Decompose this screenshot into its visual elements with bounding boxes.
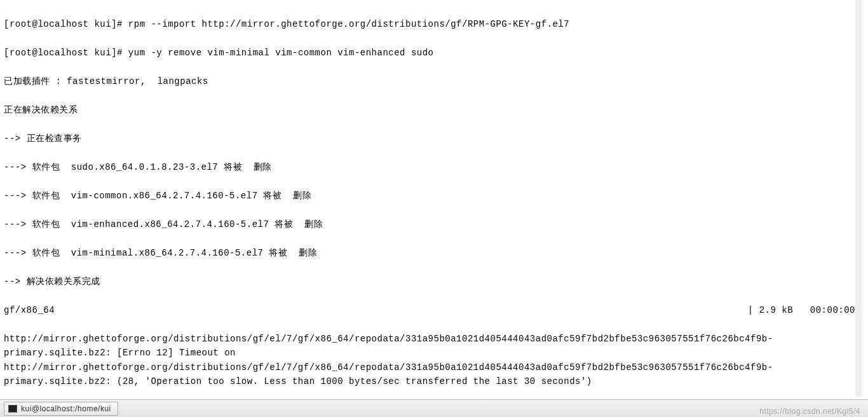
cmd-line-2: [root@localhost kui]# yum -y remove vim-… xyxy=(4,46,851,60)
output-line: ---> 软件包 vim-minimal.x86_64.2.7.4.160-5.… xyxy=(4,246,851,261)
taskbar-window-title: kui@localhost:/home/kui xyxy=(21,404,111,413)
output-line: --> 正在检查事务 xyxy=(4,132,851,146)
terminal-icon xyxy=(8,405,17,413)
output-line: 已加载插件 : fastestmirror, langpacks xyxy=(4,74,851,89)
output-line: ---> 软件包 vim-common.x86_64.2.7.4.160-5.e… xyxy=(4,189,851,203)
download-progress: gf/x86_64| 2.9 kB 00:00:00 xyxy=(4,303,855,318)
output-line: --> 解决依赖关系完成 xyxy=(4,275,851,289)
cmd-line-1: [root@localhost kui]# rpm --import http:… xyxy=(4,17,851,32)
terminal-output[interactable]: [root@localhost kui]# rpm --import http:… xyxy=(0,0,862,397)
watermark: https://blog.csdn.net/Kgi5/4 xyxy=(759,407,860,416)
taskbar: kui@localhost:/home/kui xyxy=(0,399,868,417)
output-line: ---> 软件包 sudo.x86_64.0.1.8.23-3.el7 将被 删… xyxy=(4,160,851,175)
output-line: ---> 软件包 vim-enhanced.x86_64.2.7.4.160-5… xyxy=(4,217,851,232)
taskbar-window-button[interactable]: kui@localhost:/home/kui xyxy=(4,402,118,416)
output-line: 正在解决依赖关系 xyxy=(4,103,851,118)
error-line: http://mirror.ghettoforge.org/distributi… xyxy=(4,332,855,389)
